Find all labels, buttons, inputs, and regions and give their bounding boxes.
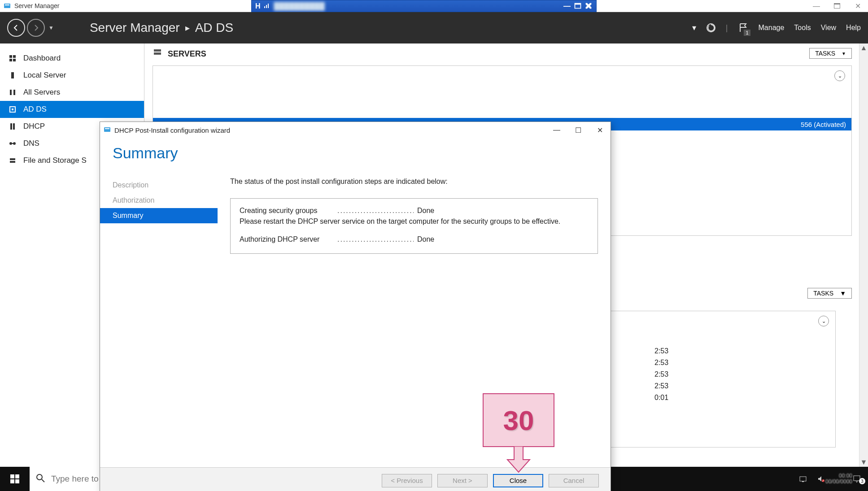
inner-window-titlebar[interactable]: H ██████████ — 🗖 🗙 <box>251 0 597 12</box>
svg-rect-9 <box>13 59 16 61</box>
tasks-dropdown-1[interactable]: TASKS ▼ <box>809 48 852 59</box>
wizard-steps: Description Authorization Summary <box>100 165 218 467</box>
tray-network-icon[interactable] <box>796 475 810 483</box>
previous-button[interactable]: < Previous <box>382 474 432 487</box>
nav-forward-button[interactable] <box>27 19 45 37</box>
breadcrumb-root[interactable]: Server Manager <box>90 21 180 35</box>
event-time: 2:53 <box>654 359 668 367</box>
dialog-minimize-button[interactable]: — <box>546 122 567 138</box>
wizard-step-authorization[interactable]: Authorization <box>100 193 218 208</box>
event-time: 2:53 <box>654 347 668 355</box>
dhcp-wizard-dialog: DHCP Post-Install configuration wizard —… <box>100 122 611 491</box>
svg-rect-23 <box>154 52 161 55</box>
next-button[interactable]: Next > <box>437 474 488 487</box>
hyperv-icon: H <box>255 2 261 10</box>
notifications-badge: 1 <box>744 30 750 36</box>
tray-clock[interactable]: 00:0000/00/0000 <box>832 473 846 485</box>
outer-titlebar: Server Manager H ██████████ — 🗖 🗙 — 🗖 ✕ <box>0 0 868 12</box>
result-label: Authorizing DHCP server <box>240 235 334 243</box>
sidebar-item-ad-ds[interactable]: AD DS <box>0 101 144 118</box>
nav-arrows: ▼ <box>7 19 54 37</box>
svg-rect-4 <box>268 4 269 8</box>
dialog-footer: < Previous Next > Close Cancel <box>100 467 611 491</box>
svg-rect-20 <box>10 158 15 160</box>
scroll-down-icon[interactable]: ▼ <box>859 458 868 467</box>
tasks-label: TASKS <box>813 290 833 297</box>
server-manager-header: ▼ Server Manager ▸ AD DS ▾ | 1 Manage To… <box>0 12 868 43</box>
panel-expand-button[interactable]: ⌄ <box>818 316 829 326</box>
outer-minimize-button[interactable]: — <box>806 0 827 12</box>
wizard-step-summary[interactable]: Summary <box>100 208 218 223</box>
result-row: Authorizing DHCP server ................… <box>240 235 589 243</box>
start-button[interactable] <box>0 467 30 491</box>
menu-help[interactable]: Help <box>846 24 861 32</box>
servers-icon <box>8 89 17 96</box>
svg-rect-1 <box>5 4 9 5</box>
menu-tools[interactable]: Tools <box>794 24 811 32</box>
dialog-heading: Summary <box>100 138 611 165</box>
tray-notifications-icon[interactable]: 3 <box>850 474 864 483</box>
outer-close-button[interactable]: ✕ <box>847 0 868 12</box>
svg-rect-11 <box>10 90 12 95</box>
wizard-pane: The status of the post install configura… <box>218 165 611 467</box>
tray-notifications-badge: 3 <box>859 478 865 484</box>
inner-maximize-button[interactable]: 🗖 <box>573 2 583 10</box>
sidebar-item-all-servers[interactable]: All Servers <box>0 84 144 101</box>
main-scrollbar[interactable]: ▲ ▼ <box>859 43 868 467</box>
nav-history-dropdown[interactable]: ▼ <box>48 25 54 31</box>
svg-rect-25 <box>105 128 109 129</box>
sidebar-item-label: Dashboard <box>23 54 61 63</box>
sidebar-item-local-server[interactable]: Local Server <box>0 67 144 84</box>
event-time: 0:01 <box>654 394 668 402</box>
dns-icon <box>8 140 17 147</box>
wizard-step-description[interactable]: Description <box>100 178 218 193</box>
sidebar-item-label: DHCP <box>23 122 45 131</box>
result-note: Please restart the DHCP server service o… <box>240 217 589 226</box>
svg-rect-43 <box>800 477 806 481</box>
inner-close-button[interactable]: 🗙 <box>584 2 593 10</box>
svg-rect-21 <box>10 161 15 163</box>
dialog-maximize-button[interactable]: ☐ <box>567 122 589 138</box>
sidebar-item-label: All Servers <box>23 88 60 97</box>
signal-icon <box>264 2 270 10</box>
svg-rect-27 <box>15 474 19 478</box>
dialog-title: DHCP Post-Install configuration wizard <box>114 126 230 134</box>
sidebar-item-dashboard[interactable]: Dashboard <box>0 50 144 67</box>
svg-rect-22 <box>154 49 161 52</box>
search-icon <box>36 474 45 485</box>
svg-rect-26 <box>10 474 14 478</box>
event-time: 2:53 <box>654 370 668 378</box>
menu-view[interactable]: View <box>821 24 836 32</box>
server-manager-icon <box>4 2 11 9</box>
server-row-text: 556 (Activated) <box>801 121 846 128</box>
wizard-result-box: Creating security groups ...............… <box>230 198 598 254</box>
refresh-button[interactable] <box>706 23 716 33</box>
event-time: 2:53 <box>654 382 668 390</box>
breadcrumb-current: AD DS <box>195 21 234 35</box>
tasks-dropdown-2[interactable]: TASKS ▼ <box>807 288 852 299</box>
dialog-close-button[interactable]: ✕ <box>589 122 611 138</box>
scroll-up-icon[interactable]: ▲ <box>859 43 868 52</box>
sidebar-item-label: Local Server <box>23 71 66 80</box>
sidebar-item-label: DNS <box>23 139 39 148</box>
menu-manage[interactable]: Manage <box>759 24 785 32</box>
dhcp-icon <box>8 123 17 130</box>
notifications-flag-icon[interactable]: 1 <box>738 22 749 33</box>
header-separator: | <box>726 23 728 33</box>
dialog-titlebar[interactable]: DHCP Post-Install configuration wizard —… <box>100 122 611 138</box>
nav-back-button[interactable] <box>7 19 25 37</box>
servers-heading: SERVERS <box>144 43 868 62</box>
close-button[interactable]: Close <box>493 474 543 487</box>
result-dots: .............................. <box>337 235 414 243</box>
cancel-button[interactable]: Cancel <box>549 474 599 487</box>
sidebar-item-label: File and Storage S <box>23 156 87 165</box>
header-dropdown-icon[interactable]: ▾ <box>692 23 696 33</box>
inner-minimize-button[interactable]: — <box>562 2 572 10</box>
tasks-label: TASKS <box>815 50 835 57</box>
svg-rect-44 <box>802 481 804 482</box>
outer-maximize-button[interactable]: 🗖 <box>827 0 847 12</box>
panel-expand-button[interactable]: ⌄ <box>834 70 845 81</box>
result-status: Done <box>417 207 434 215</box>
svg-rect-12 <box>13 90 15 95</box>
svg-rect-8 <box>9 59 12 61</box>
